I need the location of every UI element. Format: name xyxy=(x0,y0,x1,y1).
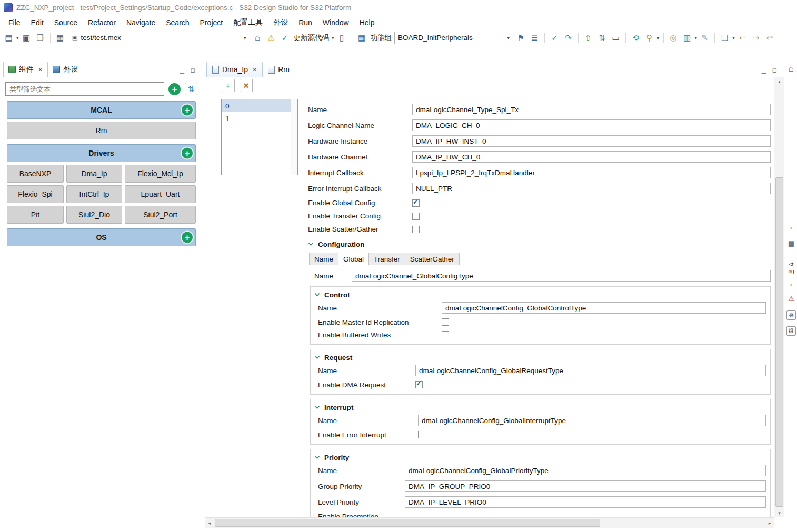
save-all-button[interactable]: ❐ xyxy=(34,32,46,44)
component-intctrl-ip[interactable]: IntCtrl_Ip xyxy=(66,185,122,203)
menu-file[interactable]: File xyxy=(3,17,26,28)
copy-code-button[interactable]: ▯ xyxy=(336,32,348,44)
enable-global-config-checkbox[interactable] xyxy=(412,199,420,207)
open-resource-button[interactable]: ◎ xyxy=(668,32,680,44)
refresh-button[interactable]: ⟲ xyxy=(630,32,642,44)
section-header-mcal[interactable]: MCAL + xyxy=(7,101,196,119)
interrupt-callback-input[interactable] xyxy=(412,167,771,178)
component-lpuart-uart[interactable]: Lpuart_Uart xyxy=(125,185,196,203)
editor-tab-rm[interactable]: Rm xyxy=(263,62,295,77)
key-button[interactable]: ⚲ xyxy=(643,32,655,44)
home-icon[interactable]: ⌂ xyxy=(789,64,794,73)
scroll-up-icon[interactable]: ▴ xyxy=(774,77,784,86)
restore-panel-icon-2[interactable]: ‹ xyxy=(790,280,792,289)
menu-help[interactable]: Help xyxy=(354,17,380,28)
last-edit-location-button[interactable]: ↩ xyxy=(764,32,776,44)
window-layout-dropdown-icon[interactable]: ▾ xyxy=(732,35,735,41)
menu-navigate[interactable]: Navigate xyxy=(121,17,161,28)
error-interrupt-callback-input[interactable] xyxy=(412,183,771,194)
editor-horizontal-scrollbar[interactable]: ◂ ▸ xyxy=(205,517,774,528)
horizontal-scroll-thumb[interactable] xyxy=(215,519,600,527)
section-header-os[interactable]: OS + xyxy=(7,228,196,246)
add-channel-button[interactable]: + xyxy=(222,79,235,92)
scroll-down-icon[interactable]: ▾ xyxy=(774,509,784,517)
menu-source[interactable]: Source xyxy=(49,17,83,28)
menu-window[interactable]: Window xyxy=(317,17,354,28)
redo-update-button[interactable]: ↷ xyxy=(562,32,574,44)
warning-icon[interactable]: ⚠ xyxy=(265,32,277,44)
component-flexio-spi[interactable]: Flexio_Spi xyxy=(7,185,64,203)
registers-list-button[interactable]: ☰ xyxy=(529,32,541,44)
forward-button[interactable]: ⇢ xyxy=(750,32,762,44)
hardware-channel-input[interactable] xyxy=(412,151,771,163)
menu-refactor[interactable]: Refactor xyxy=(83,17,121,28)
restore-panel-icon[interactable]: ‹ xyxy=(790,224,792,233)
new-file-button[interactable]: ▤ xyxy=(3,32,15,44)
component-siul2-port[interactable]: Siul2_Port xyxy=(125,206,196,224)
board-config-button[interactable]: ▦ xyxy=(54,32,66,44)
close-icon[interactable]: ✕ xyxy=(252,66,257,73)
problems-view-icon[interactable]: ⚠ xyxy=(788,295,794,303)
priority-name-input[interactable] xyxy=(405,465,766,476)
control-section-header[interactable]: Control xyxy=(314,289,766,300)
request-name-input[interactable] xyxy=(415,365,766,376)
section-header-drivers[interactable]: Drivers + xyxy=(7,144,196,162)
logic-channel-name-input[interactable] xyxy=(412,119,771,131)
validate-button[interactable]: ✓ xyxy=(549,32,561,44)
component-rm[interactable]: Rm xyxy=(7,122,196,139)
update-source-button[interactable]: 更新源代码 xyxy=(293,33,331,43)
component-siul2-dio[interactable]: Siul2_Dio xyxy=(66,206,122,224)
scroll-left-icon[interactable]: ◂ xyxy=(205,518,214,528)
home-button[interactable]: ⌂ xyxy=(252,32,264,44)
flag-button[interactable]: ⚑ xyxy=(515,32,527,44)
interrupt-name-input[interactable] xyxy=(418,415,766,426)
enable-transfer-config-checkbox[interactable] xyxy=(412,213,420,220)
group-priority-input[interactable] xyxy=(405,480,766,492)
channel-row-0[interactable]: 0 xyxy=(222,99,297,112)
request-section-header[interactable]: Request xyxy=(314,352,766,363)
enable-scatter-gather-checkbox[interactable] xyxy=(412,226,420,233)
editor-vertical-scrollbar[interactable]: ▴ ▾ xyxy=(774,77,784,517)
component-pit[interactable]: Pit xyxy=(7,206,64,224)
config-name-input[interactable] xyxy=(352,270,771,282)
mex-file-combo[interactable]: ▣ test/test.mex ▾ xyxy=(68,32,250,44)
interrupt-section-header[interactable]: Interrupt xyxy=(314,402,766,413)
component-basenxp[interactable]: BaseNXP xyxy=(7,165,64,183)
edit-pencil-button[interactable]: ✎ xyxy=(699,32,711,44)
enable-error-interrupt-checkbox[interactable] xyxy=(418,431,425,438)
add-component-button[interactable]: + xyxy=(168,83,181,95)
import-button[interactable]: ⇧ xyxy=(582,32,594,44)
save-button[interactable]: ▣ xyxy=(21,32,33,44)
config-tab-transfer[interactable]: Transfer xyxy=(368,253,405,265)
menu-config-tools[interactable]: 配置工具 xyxy=(228,16,268,29)
config-tab-global[interactable]: Global xyxy=(338,253,368,265)
config-tab-scattergather[interactable]: ScatterGather xyxy=(405,253,460,265)
menu-search[interactable]: Search xyxy=(161,17,194,28)
console-button[interactable]: ▭ xyxy=(610,32,622,44)
minimize-icon[interactable]: ▁ xyxy=(761,67,765,74)
minimize-icon[interactable]: ▁ xyxy=(180,67,184,74)
menu-run[interactable]: Run xyxy=(293,17,317,28)
sort-components-button[interactable]: ⇅ xyxy=(185,83,197,95)
add-driver-button[interactable]: + xyxy=(182,148,193,159)
add-mcal-button[interactable]: + xyxy=(182,105,193,116)
annotate-button[interactable]: ▥ xyxy=(681,32,693,44)
window-layout-button[interactable]: ❏ xyxy=(719,32,731,44)
name-input[interactable] xyxy=(412,104,771,115)
collapsed-view-icon-1[interactable]: 类 xyxy=(786,310,796,320)
scroll-right-icon[interactable]: ▸ xyxy=(765,518,774,528)
config-tab-name[interactable]: Name xyxy=(309,253,338,265)
tab-peripherals[interactable]: 外设 xyxy=(48,62,83,77)
menu-project[interactable]: Project xyxy=(195,17,228,28)
enable-preemption-checkbox[interactable] xyxy=(405,513,412,517)
annotate-dropdown-icon[interactable]: ▾ xyxy=(695,35,698,41)
configuration-section-header[interactable]: Configuration xyxy=(308,239,771,249)
component-filter-input[interactable] xyxy=(5,82,164,96)
update-source-dropdown-icon[interactable]: ▾ xyxy=(332,35,334,41)
outline-view-icon[interactable]: ▤ xyxy=(788,239,794,248)
back-button[interactable]: ⇠ xyxy=(736,32,749,44)
maximize-icon[interactable]: ◻ xyxy=(772,67,777,74)
hardware-instance-input[interactable] xyxy=(412,135,771,147)
delete-channel-button[interactable]: ✕ xyxy=(240,79,253,92)
vertical-scroll-thumb[interactable] xyxy=(775,177,783,507)
